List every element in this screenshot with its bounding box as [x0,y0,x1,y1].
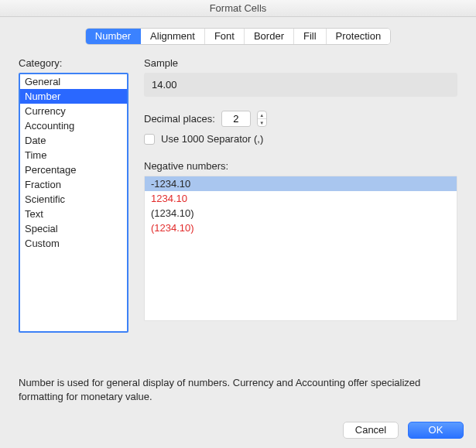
tab-alignment[interactable]: Alignment [141,29,205,44]
decimal-places-label: Decimal places: [144,113,215,125]
category-item-number[interactable]: Number [20,89,127,104]
negative-numbers-list[interactable]: -1234.101234.10(1234.10)(1234.10) [144,176,457,321]
sample-label: Sample [144,57,457,69]
negative-format-item[interactable]: (1234.10) [145,206,457,221]
tab-border[interactable]: Border [245,29,294,44]
tab-protection[interactable]: Protection [327,29,391,44]
ok-button[interactable]: OK [408,422,464,439]
category-list[interactable]: GeneralNumberCurrencyAccountingDateTimeP… [19,73,128,333]
category-item-text[interactable]: Text [20,207,127,221]
tab-font[interactable]: Font [205,29,245,44]
tab-number[interactable]: Number [86,29,141,44]
stepper-down-icon[interactable]: ▼ [258,119,266,126]
category-label: Category: [19,57,128,69]
decimal-places-input[interactable] [221,111,251,127]
negative-format-item[interactable]: 1234.10 [145,191,457,206]
category-item-fraction[interactable]: Fraction [20,177,127,192]
category-item-custom[interactable]: Custom [20,236,127,251]
window-title: Format Cells [0,0,476,17]
negative-format-item[interactable]: -1234.10 [145,176,457,191]
category-item-date[interactable]: Date [20,133,127,148]
sample-value: 14.00 [144,73,457,97]
thousand-separator-label: Use 1000 Separator (,) [161,133,263,145]
format-cells-dialog: Format Cells NumberAlignmentFontBorderFi… [0,0,476,448]
tab-fill[interactable]: Fill [294,29,327,44]
cancel-button[interactable]: Cancel [343,422,399,439]
negative-format-item[interactable]: (1234.10) [145,221,457,235]
decimal-places-stepper[interactable]: ▲ ▼ [257,111,267,127]
category-item-time[interactable]: Time [20,148,127,162]
category-item-accounting[interactable]: Accounting [20,118,127,133]
category-item-special[interactable]: Special [20,221,127,236]
category-item-percentage[interactable]: Percentage [20,162,127,177]
tab-bar: NumberAlignmentFontBorderFillProtection [0,28,476,45]
negative-numbers-label: Negative numbers: [144,160,457,172]
thousand-separator-checkbox[interactable] [144,134,155,145]
stepper-up-icon[interactable]: ▲ [258,111,266,119]
category-item-scientific[interactable]: Scientific [20,192,127,207]
category-description: Number is used for general display of nu… [19,376,457,403]
category-item-currency[interactable]: Currency [20,104,127,118]
category-item-general[interactable]: General [20,74,127,89]
